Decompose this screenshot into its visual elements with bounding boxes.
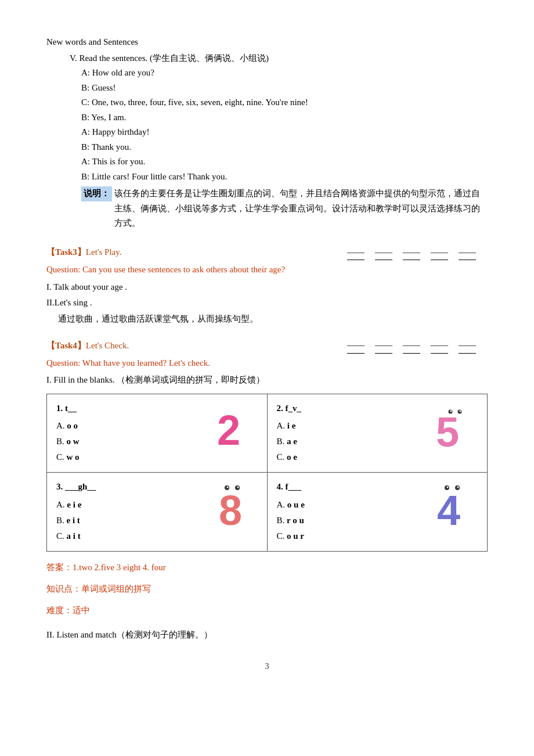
answer-text: 1.two 2.five 3 eight 4. four	[73, 563, 166, 572]
page-number: 3	[46, 660, 488, 674]
dialogue-line-8: B: Little cars! Four little cars! Thank …	[46, 170, 488, 185]
task4-label: 【Task4】	[46, 339, 86, 354]
difficulty-text: 适中	[73, 606, 90, 615]
task3-dash-1: ——	[347, 245, 365, 261]
note-label: 说明：	[81, 186, 112, 201]
task4-question: Question: What have you learned? Let's c…	[46, 356, 488, 371]
note-text: 该任务的主要任务是让学生圈划重点的词、句型，并且结合网络资源中提供的句型示范，通…	[114, 186, 488, 231]
cell-3-img: 8	[211, 480, 258, 532]
svg-text:5: 5	[436, 409, 459, 453]
cell-2-num: 2. f_v_	[277, 401, 432, 416]
task4-dash-5: ——	[459, 338, 476, 354]
cell-3-text: 3. ___gh__ A. e i e B. e i t C. a i t	[56, 480, 211, 544]
svg-text:4: 4	[437, 487, 460, 532]
task4-header: 【Task4】 Let's Check. —— —— —— —— ——	[46, 338, 488, 354]
task4-i: I. Fill in the blanks. （检测单词或词组的拼写，即时反馈）	[46, 373, 488, 388]
task3-header: 【Task3】 Let's Play. —— —— —— —— ——	[46, 245, 488, 261]
fill-cell-2: 2. f_v_ A. i e B. a e C. o e 5	[267, 394, 488, 473]
task4-section: 【Task4】 Let's Check. —— —— —— —— —— Ques…	[46, 338, 488, 642]
cell-1-content: 1. t__ A. o o B. o w C. w o 2	[56, 401, 258, 466]
number-8-svg: 8	[214, 480, 255, 532]
task4-dashes: —— —— —— —— ——	[129, 338, 488, 354]
task3-dash-5: ——	[459, 245, 476, 261]
svg-point-4	[450, 410, 452, 412]
svg-point-9	[226, 487, 228, 488]
fill-cell-1: 1. t__ A. o o B. o w C. w o 2	[47, 394, 268, 473]
task4-dash-3: ——	[403, 338, 420, 354]
new-words-title: New words and Sentences	[46, 35, 488, 50]
read-sentences-label: V. Read the sentences. (学生自主说、俩俩说、小组说)	[46, 51, 488, 66]
svg-point-5	[460, 410, 461, 412]
svg-text:8: 8	[219, 487, 242, 532]
task3-question: Question: Can you use these sentences to…	[46, 262, 488, 278]
cell-4-num: 4. f___	[277, 480, 432, 495]
task3-dash-4: ——	[431, 245, 448, 261]
cell-4-img: 4	[431, 480, 478, 532]
cell-2-content: 2. f_v_ A. i e B. a e C. o e 5	[277, 401, 478, 466]
cell-4-content: 4. f___ A. o u e B. r o u C. o u r 4	[277, 480, 478, 544]
task4-dash-1: ——	[347, 338, 365, 354]
task3-dash-2: ——	[375, 245, 392, 261]
difficulty-section: 难度：适中	[46, 603, 488, 618]
task3-section: 【Task3】 Let's Play. —— —— —— —— —— Quest…	[46, 245, 488, 327]
task3-chinese: 通过歌曲，通过歌曲活跃课堂气氛，从而操练句型。	[46, 312, 488, 327]
answer-label: 答案：	[46, 563, 73, 572]
knowledge-text: 单词或词组的拼写	[81, 584, 151, 593]
task4-ii: II. Listen and match（检测对句子的理解。）	[46, 628, 488, 643]
cell-3-options: A. e i e B. e i t C. a i t	[56, 497, 211, 544]
answer-section: 答案：1.two 2.five 3 eight 4. four	[46, 560, 488, 575]
svg-point-14	[447, 487, 449, 488]
dialogue-line-5: A: Happy birthday!	[46, 125, 488, 140]
note-box: 说明： 该任务的主要任务是让学生圈划重点的词、句型，并且结合网络资源中提供的句型…	[46, 186, 488, 231]
cell-1-img: 2	[211, 401, 258, 451]
dialogue-line-7: A: This is for you.	[46, 154, 488, 170]
knowledge-section: 知识点：单词或词组的拼写	[46, 581, 488, 597]
cell-3-content: 3. ___gh__ A. e i e B. e i t C. a i t 8	[56, 480, 258, 544]
cell-1-num: 1. t__	[56, 401, 211, 416]
task3-dash-3: ——	[403, 245, 420, 261]
cell-1-options: A. o o B. o w C. w o	[56, 418, 211, 465]
svg-point-15	[457, 487, 459, 488]
cell-2-text: 2. f_v_ A. i e B. a e C. o e	[277, 401, 432, 466]
task4-dash-2: ——	[375, 338, 392, 354]
svg-point-10	[237, 487, 239, 488]
number-4-svg: 4	[434, 480, 475, 532]
dialogue-line-3: C: One, two, three, four, five, six, sev…	[46, 95, 488, 110]
task3-i: I. Talk about your age .	[46, 280, 488, 295]
task3-title: Let's Play.	[86, 245, 122, 260]
task3-dashes: —— —— —— —— ——	[122, 245, 488, 261]
cell-3-num: 3. ___gh__	[56, 480, 211, 495]
new-words-section: New words and Sentences V. Read the sent…	[46, 35, 488, 231]
cell-2-options: A. i e B. a e C. o e	[277, 418, 432, 465]
cell-4-options: A. o u e B. r o u C. o u r	[277, 497, 432, 544]
cell-2-img: 5	[431, 401, 478, 453]
number-2-svg: 2	[214, 401, 255, 451]
cell-1-text: 1. t__ A. o o B. o w C. w o	[56, 401, 211, 466]
knowledge-label: 知识点：	[46, 584, 81, 593]
cell-4-text: 4. f___ A. o u e B. r o u C. o u r	[277, 480, 432, 544]
task4-title: Let's Check.	[86, 339, 129, 354]
difficulty-label: 难度：	[46, 606, 73, 615]
dialogue-line-2: B: Guess!	[46, 81, 488, 96]
task3-label: 【Task3】	[46, 245, 86, 260]
dialogue-line-4: B: Yes, I am.	[46, 110, 488, 125]
task4-dash-4: ——	[431, 338, 448, 354]
dialogue-line-6: B: Thank you.	[46, 140, 488, 155]
svg-text:2: 2	[217, 407, 240, 451]
fill-cell-4: 4. f___ A. o u e B. r o u C. o u r 4	[267, 473, 488, 552]
fill-blanks-table: 1. t__ A. o o B. o w C. w o 2	[46, 394, 488, 552]
dialogue-line-1: A: How old are you?	[46, 66, 488, 81]
task3-ii: II.Let's sing .	[46, 296, 488, 311]
fill-cell-3: 3. ___gh__ A. e i e B. e i t C. a i t 8	[47, 473, 268, 552]
number-5-svg: 5	[434, 401, 475, 453]
